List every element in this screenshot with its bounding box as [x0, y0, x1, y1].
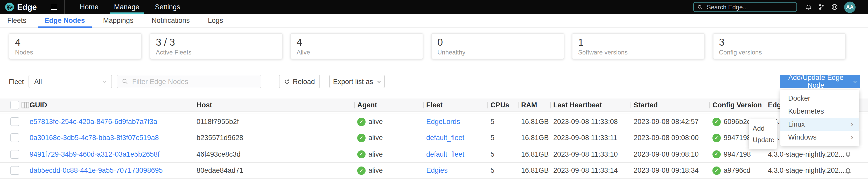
stat-label: Config versions	[719, 49, 845, 56]
top-nav-link[interactable]: Home	[76, 0, 103, 14]
edge-logo-icon	[5, 3, 14, 11]
host-cell: 80edae84ad71	[196, 167, 354, 175]
agent-status: alive	[368, 167, 383, 175]
search-icon	[698, 4, 703, 9]
fleet-filter-label: Fleet	[9, 78, 24, 85]
stat-label: Unhealthy	[437, 49, 563, 56]
select-all-checkbox[interactable]	[10, 101, 19, 110]
cpus-cell: 5	[487, 167, 518, 175]
last-heartbeat-cell: 2023-09-08 11:33:14	[550, 167, 630, 175]
brand-name: Edge	[17, 2, 37, 12]
column-header-ram[interactable]: RAM	[518, 99, 550, 111]
guid-link[interactable]: dab5ecdd-0c88-441e-9a55-707173098695	[30, 167, 162, 175]
edge-nodes-table: GUID Host Agent Fleet CPUs RAM Last Hear…	[0, 98, 868, 179]
config-ok-icon: ✓	[712, 118, 720, 126]
tab[interactable]: Edge Nodes	[38, 14, 92, 27]
user-avatar[interactable]: AA	[844, 1, 856, 13]
stat-card: 0 Unhealthy	[431, 33, 564, 59]
guid-link[interactable]: 9491f729-34b9-460d-a312-03a1e5b2658f	[30, 150, 159, 158]
fleet-link[interactable]: default_fleet	[426, 150, 464, 158]
config-ok-icon: ✓	[712, 150, 720, 158]
row-checkbox[interactable]	[10, 133, 19, 142]
menu-item[interactable]: Docker	[780, 92, 859, 104]
guid-link[interactable]: 0a30168e-3db5-4c78-bba3-8f3f07c519a8	[30, 134, 159, 142]
fleet-link[interactable]: default_fleet	[426, 134, 464, 142]
host-cell: 46f493ce8c3d	[196, 150, 354, 158]
agent-status: alive	[368, 118, 383, 126]
guid-link[interactable]: e57813fe-254c-420a-8476-6d9fab7a7f3a	[30, 118, 157, 126]
config-ok-icon: ✓	[712, 167, 720, 175]
last-heartbeat-cell: 2023-09-08 11:33:11	[550, 134, 630, 142]
column-header-config-version[interactable]: Config Version	[709, 99, 765, 111]
table-header-row: GUID Host Agent Fleet CPUs RAM Last Hear…	[0, 98, 868, 112]
global-search[interactable]	[693, 2, 797, 12]
fleet-select[interactable]: All	[29, 75, 112, 88]
stat-card: 4 Alive	[290, 33, 423, 59]
menu-item[interactable]: Windows ›	[780, 130, 859, 144]
table-toolbar: Fleet All Reload Export list as	[9, 75, 860, 88]
last-heartbeat-cell: 2023-09-08 11:33:08	[550, 118, 630, 126]
fleet-link[interactable]: Edgies	[426, 167, 448, 175]
column-header-last-heartbeat[interactable]: Last Heartbeat	[550, 99, 630, 111]
topnav-right: AA	[693, 1, 868, 13]
edge-version: 4.3.0-stage-nightly.202...	[768, 150, 844, 158]
stat-card: 3 / 3 Active Fleets	[150, 33, 282, 59]
nav-divider	[64, 0, 65, 14]
config-version: 9947198	[723, 150, 751, 158]
alive-status-icon: ✓	[357, 118, 365, 126]
alive-status-icon: ✓	[357, 150, 365, 158]
support-wheel-icon[interactable]	[831, 4, 838, 10]
column-header-host[interactable]: Host	[196, 99, 354, 111]
column-header-fleet[interactable]: Fleet	[423, 99, 487, 111]
alive-status-icon: ✓	[357, 167, 365, 175]
tab[interactable]: Fleets	[1, 14, 33, 27]
filter-edge-nodes-input[interactable]	[131, 77, 256, 86]
reload-label: Reload	[293, 78, 315, 85]
reload-button[interactable]: Reload	[279, 75, 320, 88]
row-checkbox[interactable]	[10, 166, 19, 175]
submenu-item[interactable]: Add	[748, 122, 776, 134]
stat-label: Alive	[297, 49, 423, 56]
started-cell: 2023-09-08 09:08:00	[630, 134, 709, 142]
column-header-guid[interactable]: GUID	[30, 99, 196, 111]
hamburger-menu-icon[interactable]	[51, 4, 57, 9]
add-update-edge-node-button[interactable]: Add/Update Edge Node	[780, 75, 860, 88]
row-checkbox[interactable]	[10, 118, 19, 126]
stat-card: 1 Software versions	[572, 33, 705, 59]
fleet-link[interactable]: EdgeLords	[426, 118, 460, 126]
edge-version: 4.3.0-stage-nightly.202...	[768, 167, 844, 175]
row-bell-icon[interactable]	[844, 167, 851, 174]
reload-icon	[284, 79, 289, 84]
filter-edge-nodes-box[interactable]	[117, 75, 261, 88]
menu-item[interactable]: Linux ›	[780, 118, 859, 130]
chevron-down-icon	[377, 80, 381, 83]
notifications-bell-icon[interactable]	[805, 4, 812, 10]
submenu-item[interactable]: Update	[748, 134, 776, 146]
top-nav-link[interactable]: Manage	[110, 0, 144, 14]
config-ok-icon: ✓	[712, 134, 720, 142]
git-branch-icon[interactable]	[818, 4, 825, 10]
chevron-down-icon	[102, 80, 106, 83]
tab[interactable]: Mappings	[96, 14, 140, 27]
row-checkbox[interactable]	[10, 150, 19, 159]
tab[interactable]: Logs	[201, 14, 230, 27]
started-cell: 2023-09-08 09:08:10	[630, 150, 709, 158]
column-header-started[interactable]: Started	[630, 99, 709, 111]
global-search-input[interactable]	[706, 3, 793, 11]
row-bell-icon[interactable]	[844, 151, 851, 158]
stat-value: 3 / 3	[156, 36, 282, 48]
cpus-cell: 5	[487, 150, 518, 158]
column-header-agent[interactable]: Agent	[354, 99, 423, 111]
started-cell: 2023-09-08 09:18:34	[630, 167, 709, 175]
fleet-select-value: All	[34, 78, 42, 85]
stat-value: 1	[578, 36, 704, 48]
host-cell: b235571d9628	[196, 134, 354, 142]
column-header-cpus[interactable]: CPUs	[487, 99, 518, 111]
table-row: 0a30168e-3db5-4c78-bba3-8f3f07c519a8 b23…	[0, 130, 868, 146]
export-list-button[interactable]: Export list as	[329, 75, 385, 88]
section-tabs: FleetsEdge NodesMappingsNotificationsLog…	[0, 14, 868, 28]
top-nav-link[interactable]: Settings	[151, 0, 184, 14]
tab[interactable]: Notifications	[145, 14, 196, 27]
column-picker-icon[interactable]	[21, 101, 30, 109]
menu-item[interactable]: Kubernetes	[780, 104, 859, 118]
